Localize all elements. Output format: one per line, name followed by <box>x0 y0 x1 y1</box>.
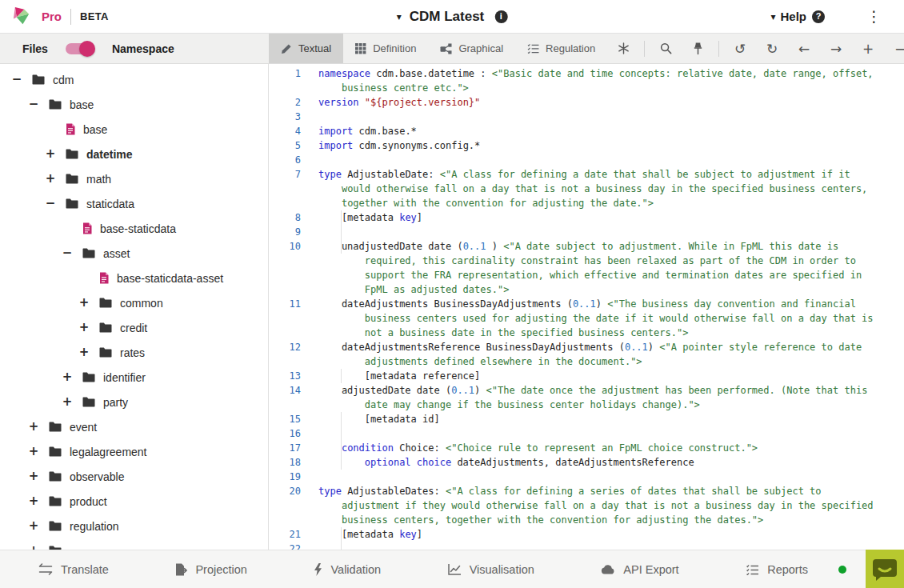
tree-item-event[interactable]: +event <box>0 414 268 439</box>
code-line[interactable]: 18 optional choice dateAdjustments, date… <box>269 455 904 470</box>
chat-launcher[interactable] <box>866 550 904 588</box>
tree-item-cdm[interactable]: −cdm <box>0 67 268 92</box>
code-line[interactable]: 11 dateAdjustments BusinessDayAdjustment… <box>269 297 904 311</box>
workspace-selector[interactable]: ▾ CDM Latest i <box>397 9 508 25</box>
tab-definition[interactable]: Definition <box>343 34 428 63</box>
search-icon[interactable] <box>655 42 676 55</box>
expand-toggle[interactable]: + <box>78 297 90 309</box>
expand-toggle[interactable]: + <box>78 322 90 334</box>
code-line[interactable]: 22 <box>269 542 904 550</box>
expand-toggle[interactable]: + <box>78 346 90 358</box>
expand-toggle[interactable]: + <box>62 396 73 408</box>
code-line[interactable]: 1namespace cdm.base.datetime : <"Basic d… <box>269 66 904 81</box>
help-icon[interactable]: ? <box>812 10 825 23</box>
info-icon[interactable]: i <box>494 10 507 23</box>
code-line[interactable]: 7type AdjustableDate: <"A class for defi… <box>269 167 904 182</box>
code-line[interactable]: support the FRA representation, which ef… <box>269 268 904 282</box>
bottom-tab-api-export[interactable]: API Export <box>601 563 678 576</box>
code-line[interactable]: 9 <box>269 225 904 239</box>
bottom-tab-visualisation[interactable]: Visualisation <box>448 563 534 576</box>
collapse-toggle[interactable]: − <box>11 74 22 86</box>
code-line[interactable]: 5import cdm.synonyms.config.* <box>269 138 904 153</box>
bottom-tab-validation[interactable]: Validation <box>314 563 381 576</box>
undo-icon[interactable]: ↺ <box>730 41 750 57</box>
code-line[interactable]: business centre etc."> <box>269 81 904 95</box>
code-editor[interactable]: 1namespace cdm.base.datetime : <"Basic d… <box>269 64 904 550</box>
folder-icon <box>99 347 112 358</box>
code-line[interactable]: 16 <box>269 426 904 441</box>
code-line[interactable]: together with the convention for adjusti… <box>269 196 904 210</box>
tree-item-staticdata[interactable]: −staticdata <box>0 191 268 216</box>
code-line[interactable]: 12 dateAdjustmentsReference BusinessDayA… <box>269 340 904 354</box>
tree-item-regulation[interactable]: +regulation <box>0 514 268 538</box>
code-line[interactable]: 3 <box>269 110 904 124</box>
code-line[interactable]: would otherwise fall on a day that is no… <box>269 182 904 196</box>
tree-item-asset[interactable]: −asset <box>0 241 268 266</box>
tree-item-blank[interactable]: + <box>0 538 268 550</box>
tab-graphical[interactable]: Graphical <box>428 34 515 63</box>
divider <box>718 41 719 57</box>
collapse-toggle[interactable]: − <box>45 198 56 210</box>
code-line[interactable]: 21 [metadata key] <box>269 527 904 542</box>
expand-toggle[interactable]: + <box>28 495 39 507</box>
expand-toggle[interactable]: + <box>45 148 56 160</box>
code-line[interactable]: 15 [metadata id] <box>269 412 904 426</box>
code-line[interactable]: 10 unadjustedDate date (0..1 ) <"A date … <box>269 239 904 254</box>
arrow-right-icon[interactable]: → <box>826 41 846 57</box>
code-line[interactable]: 4import cdm.base.* <box>269 124 904 138</box>
line-number <box>269 254 301 268</box>
code-line[interactable]: 19 <box>269 470 904 484</box>
plus-icon[interactable]: + <box>858 41 878 57</box>
expand-toggle[interactable]: + <box>28 520 39 532</box>
code-line[interactable]: 8 [metadata key] <box>269 210 904 225</box>
code-line[interactable]: business centers, together with the conv… <box>269 513 904 527</box>
tree-item-datetime[interactable]: +datetime <box>0 142 268 166</box>
expand-toggle[interactable]: + <box>28 421 39 433</box>
expand-toggle[interactable]: + <box>28 470 39 482</box>
bottom-tab-projection[interactable]: Projection <box>175 563 246 576</box>
pin-icon[interactable] <box>687 42 708 55</box>
code-line[interactable]: FpML as adjusted dates."> <box>269 282 904 297</box>
collapse-toggle[interactable]: − <box>62 247 73 259</box>
bottom-tab-translate[interactable]: Translate <box>38 563 109 576</box>
tree-item-base-staticdata[interactable]: base-staticdata <box>0 216 268 241</box>
code-line[interactable]: required, this cardinality constraint ha… <box>269 254 904 268</box>
tree-item-common[interactable]: +common <box>0 290 268 315</box>
code-line[interactable]: 6 <box>269 153 904 167</box>
help-menu[interactable]: Help <box>780 10 806 23</box>
expand-toggle[interactable]: + <box>62 371 73 383</box>
collapse-toggle[interactable]: − <box>28 98 39 110</box>
code-line[interactable]: 20type AdjustableDates: <"A class for de… <box>269 484 904 498</box>
files-namespace-toggle[interactable] <box>66 43 93 54</box>
tree-item-math[interactable]: +math <box>0 166 268 191</box>
expand-toggle[interactable]: + <box>28 446 39 458</box>
code-line[interactable]: 17 condition Choice: <"Choice rule to re… <box>269 441 904 455</box>
code-line[interactable]: 14 adjustedDate date (0..1) <"The date o… <box>269 383 904 398</box>
tree-item-party[interactable]: +party <box>0 390 268 414</box>
tree-item-base[interactable]: −base <box>0 92 268 117</box>
tree-item-base[interactable]: base <box>0 117 268 142</box>
code-line[interactable]: date may change if the business center h… <box>269 398 904 412</box>
tree-item-product[interactable]: +product <box>0 489 268 514</box>
code-line[interactable]: adjustments defined elsewhere in the doc… <box>269 354 904 369</box>
asterisk-icon[interactable] <box>613 42 634 55</box>
minus-icon[interactable]: − <box>890 41 904 57</box>
code-line[interactable]: not a business date in the specified bus… <box>269 326 904 340</box>
tree-item-observable[interactable]: +observable <box>0 464 268 489</box>
tree-item-base-staticdata-asset[interactable]: base-staticdata-asset <box>0 266 268 290</box>
tree-item-rates[interactable]: +rates <box>0 340 268 365</box>
tab-regulation[interactable]: Regulation <box>515 34 607 63</box>
arrow-left-icon[interactable]: ← <box>794 41 814 57</box>
redo-icon[interactable]: ↻ <box>762 41 782 57</box>
tree-item-legalagreement[interactable]: +legalagreement <box>0 439 268 464</box>
code-line[interactable]: 13 [metadata reference] <box>269 369 904 383</box>
tree-item-identifier[interactable]: +identifier <box>0 365 268 390</box>
code-line[interactable]: 2version "${project.version}" <box>269 95 904 110</box>
tree-item-credit[interactable]: +credit <box>0 315 268 340</box>
tab-textual[interactable]: Textual <box>269 34 343 63</box>
kebab-menu-icon[interactable]: ⋮ <box>866 9 882 24</box>
expand-toggle[interactable]: + <box>45 173 56 185</box>
code-line[interactable]: business centers used for adjusting the … <box>269 311 904 326</box>
code-line[interactable]: adjustment if they would otherwise fall … <box>269 498 904 513</box>
bottom-tab-reports[interactable]: Reports <box>746 563 808 576</box>
